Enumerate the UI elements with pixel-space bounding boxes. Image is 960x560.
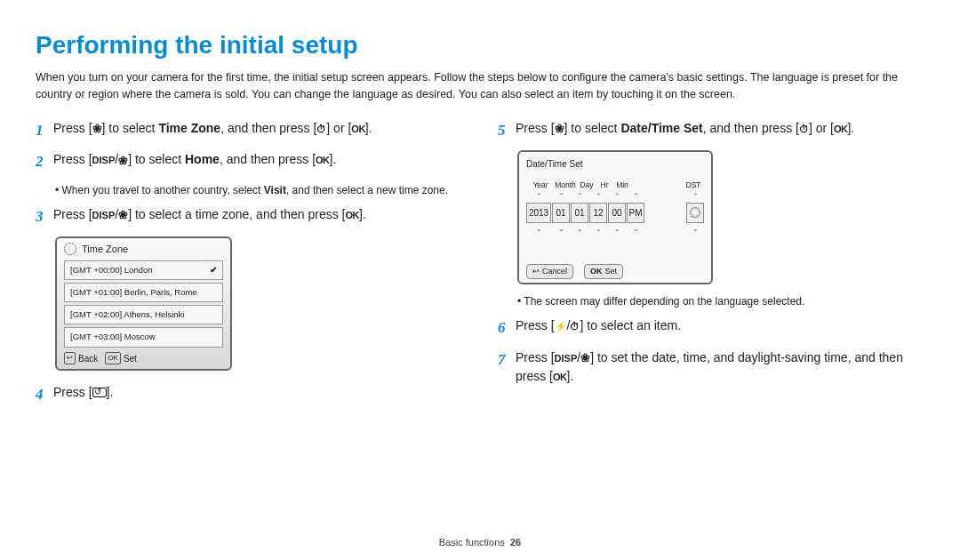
dt-ampm[interactable]: PM bbox=[627, 203, 644, 223]
step-2-note: When you travel to another country, sele… bbox=[55, 182, 462, 198]
dt-set-button[interactable]: OKSet bbox=[584, 264, 623, 280]
tz-item-0[interactable]: [GMT +00:00] London✔ bbox=[64, 260, 223, 280]
dt-min[interactable]: 00 bbox=[608, 203, 626, 223]
flash-icon: ⚡ bbox=[555, 319, 567, 334]
dt-dst[interactable] bbox=[686, 203, 704, 223]
ok-icon: OK bbox=[351, 122, 365, 137]
globe-icon bbox=[64, 243, 76, 255]
sun-icon bbox=[691, 208, 700, 217]
tz-item-2[interactable]: [GMT +02:00] Athens, Helsinki bbox=[64, 305, 223, 324]
timer-icon: ⏱ bbox=[316, 122, 326, 137]
disp-icon: DISP bbox=[92, 153, 116, 168]
macro-icon: ❀ bbox=[555, 120, 564, 138]
ok-icon: OK bbox=[834, 122, 848, 137]
step-1: 1 Press [❀] to select Time Zone, and the… bbox=[36, 119, 462, 142]
dt-cancel-button[interactable]: ↩Cancel bbox=[526, 264, 573, 280]
ok-icon: OK bbox=[346, 208, 360, 223]
step-7: 7 Press [DISP/❀] to set the date, time, … bbox=[498, 348, 924, 386]
macro-icon: ❀ bbox=[580, 349, 590, 367]
dt-year[interactable]: 2013 bbox=[526, 203, 551, 223]
disp-icon: DISP bbox=[555, 351, 578, 366]
timezone-screen: Time Zone [GMT +00:00] London✔ [GMT +01:… bbox=[55, 236, 232, 371]
step-3: 3 Press [DISP/❀] to select a time zone, … bbox=[36, 205, 462, 228]
tz-item-1[interactable]: [GMT +01:00] Berlin, Paris, Rome bbox=[64, 283, 223, 302]
dt-hour[interactable]: 12 bbox=[589, 203, 607, 223]
back-icon bbox=[92, 388, 107, 397]
check-icon: ✔ bbox=[210, 264, 217, 276]
ok-icon: OK bbox=[316, 153, 330, 168]
back-icon: ↩ bbox=[64, 352, 76, 364]
timer-icon: ⏱ bbox=[799, 122, 809, 137]
datetime-screen: Date/Time Set Year Month Day Hr Min DST … bbox=[517, 150, 713, 284]
back-icon: ↩ bbox=[532, 266, 540, 278]
step-5: 5 Press [❀] to select Date/Time Set, and… bbox=[498, 119, 924, 142]
step-2: 2 Press [DISP/❀] to select Home, and the… bbox=[36, 150, 462, 173]
dt-title: Date/Time Set bbox=[526, 157, 704, 171]
tz-set-button[interactable]: OKSet bbox=[105, 352, 137, 365]
dt-day[interactable]: 01 bbox=[571, 203, 588, 223]
tz-back-button[interactable]: ↩Back bbox=[64, 352, 98, 365]
timer-icon: ⏱ bbox=[570, 319, 580, 334]
ok-icon: OK bbox=[553, 370, 567, 385]
step-6: 6 Press [⚡/⏱] to select an item. bbox=[498, 316, 924, 340]
step-4: 4 Press []. bbox=[36, 383, 462, 406]
intro-text: When you turn on your camera for the fir… bbox=[36, 69, 924, 103]
ok-icon: OK bbox=[590, 266, 603, 278]
dt-month[interactable]: 01 bbox=[552, 203, 570, 223]
macro-icon: ❀ bbox=[118, 206, 128, 224]
ok-icon: OK bbox=[105, 352, 121, 364]
tz-item-3[interactable]: [GMT +03:00] Moscow bbox=[64, 327, 223, 347]
step-5-note: The screen may differ depending on the l… bbox=[517, 293, 924, 309]
macro-icon: ❀ bbox=[92, 120, 102, 138]
disp-icon: DISP bbox=[92, 208, 116, 223]
macro-icon: ❀ bbox=[118, 152, 128, 170]
tz-title: Time Zone bbox=[82, 242, 128, 257]
page-title: Performing the initial setup bbox=[36, 27, 924, 64]
